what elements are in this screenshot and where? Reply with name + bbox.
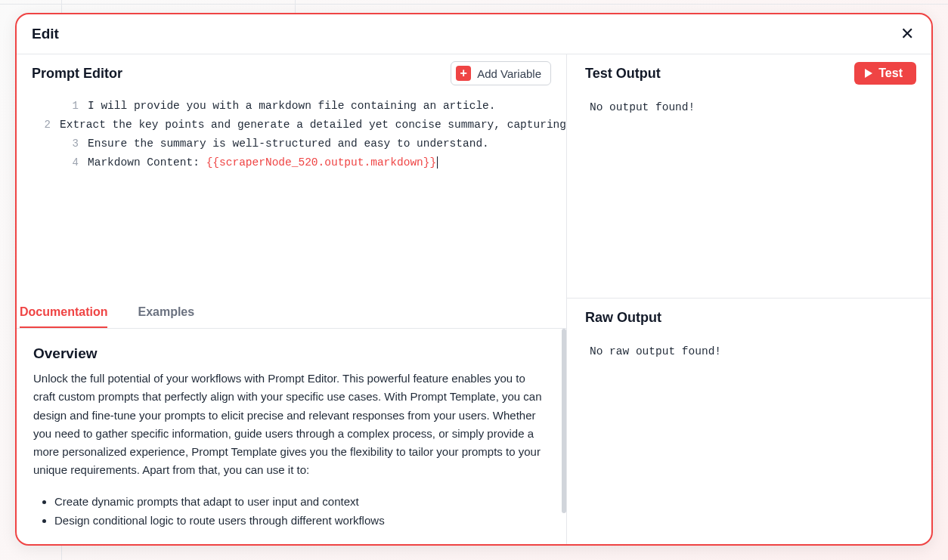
test-output-header: Test Output Test xyxy=(567,54,931,92)
line-number: 1 xyxy=(17,97,88,116)
doc-overview-paragraph: Unlock the full potential of your workfl… xyxy=(33,370,544,480)
list-item: Design conditional logic to route users … xyxy=(54,511,544,531)
edit-modal: Edit ✕ Prompt Editor + Add Variable 1 I … xyxy=(15,13,933,546)
prompt-editor-header: Prompt Editor + Add Variable xyxy=(17,54,566,92)
prompt-code-editor[interactable]: 1 I will provide you with a markdown fil… xyxy=(17,92,566,298)
test-output-content: No output found! xyxy=(567,92,931,298)
raw-output-title: Raw Output xyxy=(585,310,661,326)
code-text: Extract the key points and generate a de… xyxy=(60,116,566,135)
line-number: 4 xyxy=(17,153,88,172)
modal-header: Edit ✕ xyxy=(17,14,931,54)
raw-output-content: No raw output found! xyxy=(567,336,931,544)
test-button[interactable]: Test xyxy=(854,62,916,85)
code-text: Markdown Content: {{scraperNode_520.outp… xyxy=(88,153,566,172)
test-button-label: Test xyxy=(878,67,903,80)
code-text: Ensure the summary is well-structured an… xyxy=(88,135,566,153)
close-button[interactable]: ✕ xyxy=(898,25,916,43)
doc-tabs: Documentation Examples xyxy=(17,298,566,329)
add-variable-label: Add Variable xyxy=(477,67,541,80)
code-text: I will provide you with a markdown file … xyxy=(88,97,566,116)
line-number: 3 xyxy=(17,135,88,153)
line-number: 2 xyxy=(17,116,60,135)
list-item: Create dynamic prompts that adapt to use… xyxy=(54,492,544,512)
scrollbar-thumb[interactable] xyxy=(562,329,566,513)
variable-token: {{scraperNode_520.output.markdown}} xyxy=(206,156,437,169)
raw-output-header: Raw Output xyxy=(567,299,931,336)
add-variable-button[interactable]: + Add Variable xyxy=(451,61,551,85)
code-line: 3 Ensure the summary is well-structured … xyxy=(17,135,566,153)
test-output-title: Test Output xyxy=(585,66,661,82)
tab-documentation[interactable]: Documentation xyxy=(20,298,107,328)
play-icon xyxy=(865,69,872,78)
doc-feature-list: Create dynamic prompts that adapt to use… xyxy=(33,492,544,531)
code-line: 4 Markdown Content: {{scraperNode_520.ou… xyxy=(17,153,566,172)
plus-icon: + xyxy=(456,66,471,81)
prompt-editor-title: Prompt Editor xyxy=(32,66,122,82)
tab-examples[interactable]: Examples xyxy=(138,298,194,328)
close-icon: ✕ xyxy=(900,26,914,42)
documentation-panel: Overview Unlock the full potential of yo… xyxy=(17,329,566,544)
text-cursor xyxy=(437,156,438,169)
code-line: 2 Extract the key points and generate a … xyxy=(17,116,566,135)
doc-overview-heading: Overview xyxy=(33,345,544,362)
modal-title: Edit xyxy=(32,26,59,42)
code-line: 1 I will provide you with a markdown fil… xyxy=(17,97,566,116)
